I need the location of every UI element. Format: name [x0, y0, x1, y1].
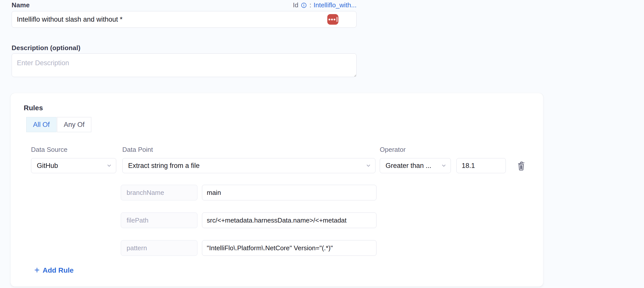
- lastpass-dot: [329, 19, 330, 20]
- data-point-label: Data Point: [122, 146, 153, 154]
- id-value-link[interactable]: Intelliflo_with...: [313, 1, 357, 9]
- add-rule-button[interactable]: + Add Rule: [34, 265, 74, 276]
- param-value-branchname[interactable]: [202, 185, 376, 200]
- data-point-value: Extract string from a file: [128, 162, 200, 170]
- rules-title: Rules: [24, 104, 43, 112]
- data-source-value: GitHub: [37, 162, 58, 170]
- chevron-down-icon: [106, 163, 112, 168]
- lastpass-cursor-bar: [337, 17, 337, 22]
- id-label: Id: [293, 1, 299, 9]
- match-type-toggle: All Of Any Of: [26, 117, 91, 132]
- lastpass-dot: [334, 19, 335, 20]
- rules-card: Rules All Of Any Of Data Source Data Poi…: [11, 93, 543, 286]
- operator-value: Greater than ...: [386, 162, 431, 170]
- id-separator: :: [309, 1, 311, 9]
- param-key-branchname: branchName: [121, 185, 197, 200]
- lastpass-autofill-icon[interactable]: [327, 14, 338, 25]
- lastpass-dot: [331, 19, 333, 20]
- data-source-label: Data Source: [31, 146, 68, 154]
- data-source-select[interactable]: GitHub: [31, 158, 116, 173]
- operator-select[interactable]: Greater than ...: [380, 158, 451, 173]
- entity-id-row: Id : Intelliflo_with...: [293, 1, 357, 9]
- data-point-select[interactable]: Extract string from a file: [122, 158, 375, 173]
- any-of-button[interactable]: Any Of: [57, 117, 91, 132]
- description-label: Description (optional): [12, 44, 80, 52]
- param-key-pattern: pattern: [121, 240, 197, 256]
- description-textarea[interactable]: [12, 53, 357, 77]
- operator-value-input[interactable]: [456, 158, 506, 173]
- chevron-down-icon: [366, 163, 371, 168]
- name-label: Name: [12, 1, 30, 9]
- operator-label: Operator: [380, 146, 406, 154]
- param-value-pattern[interactable]: [202, 240, 376, 256]
- trash-icon: [516, 160, 526, 171]
- param-key-filepath: filePath: [121, 212, 197, 228]
- add-rule-label: Add Rule: [43, 266, 74, 274]
- chevron-down-icon: [441, 163, 447, 168]
- info-icon[interactable]: [301, 2, 307, 9]
- plus-icon: +: [34, 266, 40, 274]
- param-value-filepath[interactable]: [202, 212, 376, 228]
- name-input[interactable]: [12, 11, 357, 28]
- delete-rule-button[interactable]: [514, 159, 528, 173]
- all-of-button[interactable]: All Of: [26, 117, 56, 132]
- name-input-wrap: [12, 11, 357, 28]
